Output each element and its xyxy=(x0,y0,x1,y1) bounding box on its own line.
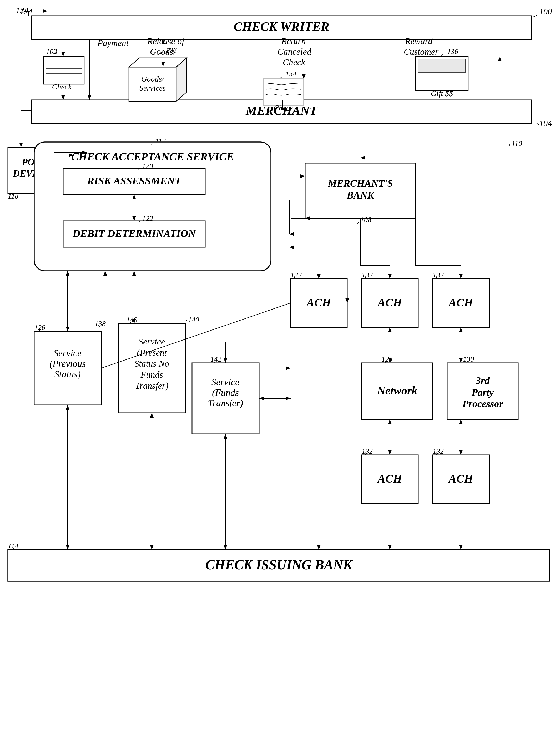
svg-text:Party: Party xyxy=(471,387,494,398)
svg-text:Network: Network xyxy=(377,384,417,397)
svg-text:108: 108 xyxy=(360,216,371,224)
svg-text:Payment: Payment xyxy=(97,38,129,48)
svg-text:Processor: Processor xyxy=(462,398,503,409)
svg-text:BANK: BANK xyxy=(346,190,375,201)
svg-text:134: 134 xyxy=(285,70,296,78)
svg-text:124: 124 xyxy=(16,6,28,15)
svg-text:Check: Check xyxy=(52,82,72,91)
svg-text:Goods/: Goods/ xyxy=(141,74,165,83)
svg-text:Customer: Customer xyxy=(404,47,439,57)
svg-text:(Funds: (Funds xyxy=(212,387,239,398)
svg-text:Funds: Funds xyxy=(140,370,163,379)
svg-text:114: 114 xyxy=(8,542,18,550)
svg-text:CHECK ACCEPTANCE SERVICE: CHECK ACCEPTANCE SERVICE xyxy=(71,151,234,163)
svg-text:Service: Service xyxy=(54,348,82,359)
svg-rect-31 xyxy=(263,79,304,105)
svg-text:(Previous: (Previous xyxy=(49,359,86,369)
svg-rect-35 xyxy=(418,59,466,72)
svg-text:ACH: ACH xyxy=(448,296,474,309)
svg-text:ACH: ACH xyxy=(306,296,332,309)
svg-text:Transfer): Transfer) xyxy=(208,398,243,408)
svg-text:130: 130 xyxy=(463,355,474,363)
svg-text:3rd: 3rd xyxy=(476,375,490,386)
svg-text:118: 118 xyxy=(8,192,18,200)
svg-text:Release of: Release of xyxy=(147,36,185,46)
svg-text:100: 100 xyxy=(539,7,552,16)
svg-text:Return: Return xyxy=(281,36,306,46)
svg-text:132: 132 xyxy=(291,271,302,279)
svg-text:Reward: Reward xyxy=(405,36,433,46)
svg-text:120: 120 xyxy=(142,162,153,170)
svg-text:138: 138 xyxy=(95,320,106,328)
svg-text:RISK ASSESSMENT: RISK ASSESSMENT xyxy=(87,175,181,187)
svg-text:132: 132 xyxy=(362,447,373,455)
svg-text:136: 136 xyxy=(447,47,458,56)
svg-text:DEBIT DETERMINATION: DEBIT DETERMINATION xyxy=(72,228,196,239)
svg-text:140: 140 xyxy=(188,316,199,324)
svg-text:Transfer): Transfer) xyxy=(135,381,169,391)
svg-text:CHECK ISSUING BANK: CHECK ISSUING BANK xyxy=(205,557,353,572)
svg-text:Status No: Status No xyxy=(134,359,169,368)
svg-text:132: 132 xyxy=(433,447,444,455)
svg-text:112: 112 xyxy=(155,137,166,145)
diagram-container: CHECK WRITER 100 124 MERCHANT 104 Paymen… xyxy=(0,0,560,730)
diagram-svg: CHECK WRITER 100 124 MERCHANT 104 Paymen… xyxy=(0,0,560,730)
svg-text:Services: Services xyxy=(139,84,166,92)
svg-text:ACH: ACH xyxy=(377,472,403,485)
svg-text:Canceled: Canceled xyxy=(278,47,311,57)
svg-text:Gift $$: Gift $$ xyxy=(431,89,453,98)
svg-text:Status): Status) xyxy=(54,369,81,379)
svg-text:MERCHANT'S: MERCHANT'S xyxy=(327,178,393,189)
svg-text:142: 142 xyxy=(210,355,221,363)
svg-text:Service: Service xyxy=(139,337,165,346)
svg-text:102: 102 xyxy=(46,47,57,56)
svg-text:132: 132 xyxy=(433,271,444,279)
svg-text:ACH: ACH xyxy=(377,296,403,309)
svg-text:132: 132 xyxy=(362,271,373,279)
svg-text:(Present: (Present xyxy=(137,348,167,358)
svg-text:106: 106 xyxy=(166,46,177,54)
svg-text:110: 110 xyxy=(512,139,522,148)
svg-text:104: 104 xyxy=(539,119,552,128)
svg-text:122: 122 xyxy=(142,214,153,223)
svg-text:Service: Service xyxy=(211,377,239,387)
svg-text:ACH: ACH xyxy=(448,472,474,485)
svg-text:Check: Check xyxy=(274,103,294,112)
svg-text:Check: Check xyxy=(283,57,305,67)
svg-text:140: 140 xyxy=(126,316,137,324)
svg-text:CHECK WRITER: CHECK WRITER xyxy=(234,19,329,33)
svg-rect-18 xyxy=(43,57,84,84)
